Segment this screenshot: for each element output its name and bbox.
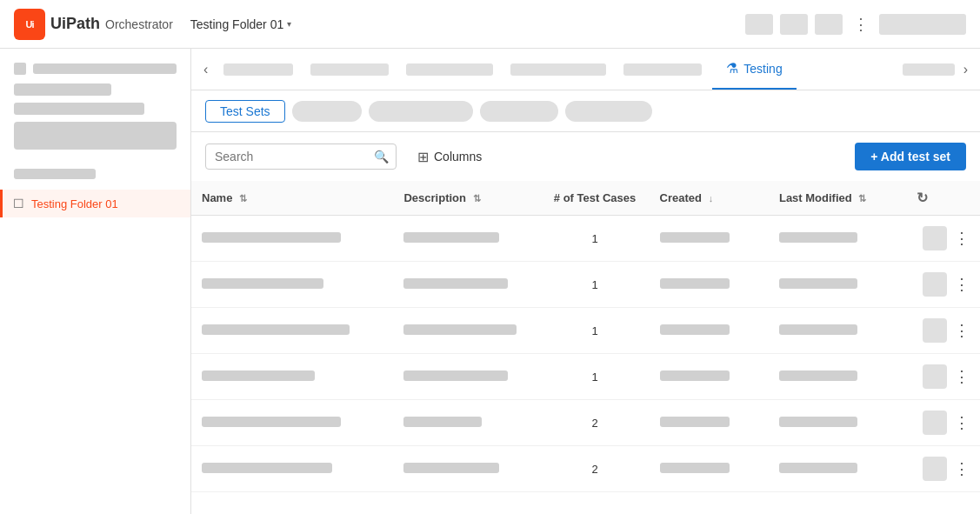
folder-icon: ☐ <box>13 197 24 210</box>
table-container: Name ⇅ Description ⇅ # of Test Cases Cre… <box>191 181 980 514</box>
main-layout: ☐ Testing Folder 01 ‹ ⚗ Testing › Test S… <box>0 49 980 514</box>
col-name-label: Name <box>202 191 232 204</box>
cell-name-4 <box>191 400 393 446</box>
row-more-btn-1[interactable]: ⋮ <box>954 275 970 294</box>
cell-cases-2: 1 <box>540 308 649 354</box>
columns-button[interactable]: ⊞ Columns <box>407 144 492 170</box>
subtab-placeholder-3[interactable] <box>480 101 558 122</box>
cell-modified-5 <box>769 446 906 492</box>
col-header-name[interactable]: Name ⇅ <box>191 181 393 216</box>
cell-desc-1 <box>393 262 540 308</box>
tab-more-placeholder[interactable] <box>903 63 955 76</box>
header-view-btn-3[interactable] <box>815 14 843 35</box>
cell-actions-5: ⋮ <box>906 446 980 492</box>
row-action-btn-0[interactable] <box>923 226 947 250</box>
row-action-btn-5[interactable] <box>923 457 947 481</box>
user-avatar <box>879 14 966 35</box>
cell-cases-4: 2 <box>540 400 649 446</box>
col-name-sort-icon: ⇅ <box>239 193 247 204</box>
search-box[interactable]: 🔍 <box>205 144 397 170</box>
col-cases-label: # of Test Cases <box>554 191 636 204</box>
cell-actions-1: ⋮ <box>906 262 980 308</box>
cell-modified-2 <box>769 308 906 354</box>
col-header-test-cases[interactable]: # of Test Cases <box>540 181 649 216</box>
search-input[interactable] <box>215 150 367 164</box>
cell-modified-3 <box>769 354 906 400</box>
header-view-btn-2[interactable] <box>780 14 808 35</box>
cell-actions-4: ⋮ <box>906 400 980 446</box>
table-row: 1 ⋮ <box>191 216 980 262</box>
logo-subtext: Orchestrator <box>105 17 173 31</box>
main-content: ‹ ⚗ Testing › Test Sets <box>191 49 980 514</box>
row-more-btn-5[interactable]: ⋮ <box>954 459 970 478</box>
table-row: 2 ⋮ <box>191 400 980 446</box>
cell-desc-4 <box>393 400 540 446</box>
tab-placeholder-4[interactable] <box>510 63 606 76</box>
add-test-set-button[interactable]: + Add test set <box>855 143 966 170</box>
header-view-btn-1[interactable] <box>745 14 773 35</box>
sidebar-section-1 <box>0 78 190 162</box>
sidebar-folder-item[interactable]: ☐ Testing Folder 01 <box>0 190 190 217</box>
col-created-sort-icon: ↓ <box>709 193 714 204</box>
cell-name-3 <box>191 354 393 400</box>
cell-modified-4 <box>769 400 906 446</box>
folder-name: Testing Folder 01 <box>190 17 283 31</box>
col-header-last-modified[interactable]: Last Modified ⇅ <box>769 181 906 216</box>
sidebar-section-2 <box>0 165 190 190</box>
subtab-placeholder-4[interactable] <box>565 101 652 122</box>
cell-actions-3: ⋮ <box>906 354 980 400</box>
cell-modified-0 <box>769 216 906 262</box>
sidebar-placeholder-3 <box>14 122 177 150</box>
row-more-btn-4[interactable]: ⋮ <box>954 413 970 432</box>
sidebar-placeholder-1 <box>14 83 111 96</box>
testing-tab-icon: ⚗ <box>726 60 738 77</box>
row-action-btn-3[interactable] <box>923 364 947 389</box>
header-actions: ⋮ <box>745 11 966 37</box>
cell-created-4 <box>650 400 769 446</box>
tab-testing[interactable]: ⚗ Testing <box>712 49 796 90</box>
table-row: 1 ⋮ <box>191 354 980 400</box>
folder-selector[interactable]: Testing Folder 01 ▾ <box>183 14 298 35</box>
table-row: 1 ⋮ <box>191 262 980 308</box>
col-header-description[interactable]: Description ⇅ <box>393 181 540 216</box>
tab-nav-prev[interactable]: ‹ <box>198 58 213 81</box>
cell-created-5 <box>650 446 769 492</box>
subtab-test-sets[interactable]: Test Sets <box>205 100 285 123</box>
search-icon: 🔍 <box>374 150 389 164</box>
cell-created-1 <box>650 262 769 308</box>
col-created-label: Created <box>660 191 702 204</box>
col-desc-label: Description <box>403 191 466 204</box>
col-header-created[interactable]: Created ↓ <box>650 181 769 216</box>
cell-desc-2 <box>393 308 540 354</box>
cell-name-0 <box>191 216 393 262</box>
tab-placeholder-2[interactable] <box>310 63 389 76</box>
tab-placeholder-1[interactable] <box>223 63 293 76</box>
refresh-icon[interactable]: ↻ <box>917 190 928 205</box>
tab-placeholder-5[interactable] <box>623 63 702 76</box>
row-more-btn-0[interactable]: ⋮ <box>954 229 970 248</box>
cell-actions-0: ⋮ <box>906 216 980 262</box>
sidebar-checkbox[interactable] <box>14 63 26 75</box>
col-header-actions: ↻ <box>906 181 980 216</box>
tab-placeholder-3[interactable] <box>406 63 493 76</box>
cell-desc-0 <box>393 216 540 262</box>
row-action-btn-4[interactable] <box>923 411 947 435</box>
subtab-placeholder-2[interactable] <box>369 101 473 122</box>
sidebar-placeholder-2 <box>14 103 144 115</box>
header-more-button[interactable]: ⋮ <box>850 11 872 37</box>
row-more-btn-2[interactable]: ⋮ <box>954 321 970 340</box>
cell-name-2 <box>191 308 393 354</box>
col-desc-sort-icon: ⇅ <box>473 193 481 204</box>
cell-cases-5: 2 <box>540 446 649 492</box>
logo-text: UiPath <box>50 15 100 33</box>
row-action-btn-1[interactable] <box>923 272 947 297</box>
subtab-placeholder-1[interactable] <box>292 101 362 122</box>
cell-actions-2: ⋮ <box>906 308 980 354</box>
tab-nav-next[interactable]: › <box>958 58 973 81</box>
col-modified-label: Last Modified <box>779 191 852 204</box>
cell-desc-3 <box>393 354 540 400</box>
cell-desc-5 <box>393 446 540 492</box>
toolbar: 🔍 ⊞ Columns + Add test set <box>191 132 980 181</box>
row-action-btn-2[interactable] <box>923 318 947 343</box>
row-more-btn-3[interactable]: ⋮ <box>954 367 970 386</box>
